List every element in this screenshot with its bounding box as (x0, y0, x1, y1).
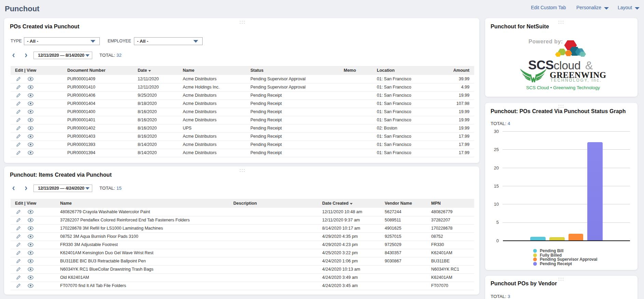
svg-text:Pending Bill: Pending Bill (540, 248, 563, 253)
svg-text:0: 0 (496, 238, 499, 243)
svg-text:Pending Supervisor Approval: Pending Supervisor Approval (540, 257, 597, 262)
svg-text:15: 15 (494, 184, 499, 189)
svg-text:10: 10 (494, 202, 499, 207)
svg-text:25: 25 (494, 147, 499, 152)
svg-text:Pending Receipt: Pending Receipt (540, 261, 572, 266)
svg-text:5: 5 (496, 220, 499, 225)
svg-text:30: 30 (494, 129, 499, 134)
svg-text:20: 20 (494, 165, 499, 171)
